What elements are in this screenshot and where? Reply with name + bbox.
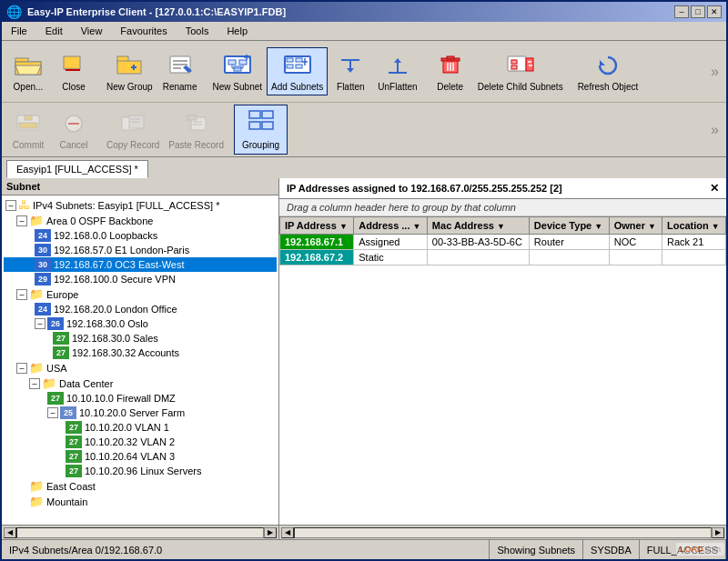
- paste-record-button[interactable]: Paste Record: [164, 105, 228, 154]
- col-mac[interactable]: Mac Address ▼: [427, 217, 529, 235]
- close-label: Close: [62, 82, 86, 92]
- col-location[interactable]: Location ▼: [662, 217, 725, 235]
- delete-button[interactable]: Delete: [428, 47, 473, 95]
- right-pane-close[interactable]: ✕: [710, 182, 719, 195]
- expand-dc[interactable]: –: [29, 378, 40, 389]
- toolbar-overflow[interactable]: »: [707, 60, 723, 84]
- right-scroll-left[interactable]: ◀: [281, 527, 294, 538]
- expand-sf[interactable]: –: [47, 407, 58, 418]
- col-ip[interactable]: IP Address ▼: [280, 217, 354, 235]
- col-device-label: Device Type: [534, 220, 592, 231]
- tree-item-datacenter[interactable]: – 📁 Data Center: [4, 376, 277, 391]
- menu-edit[interactable]: Edit: [40, 24, 68, 38]
- tree-item-loopbacks[interactable]: 24 192.168.0.0 Loopbacks: [4, 228, 277, 243]
- cancel-button[interactable]: Cancel: [51, 105, 96, 154]
- tree-item-oc3[interactable]: 30 192.168.67.0 OC3 East-West: [4, 257, 277, 272]
- subnet-tree[interactable]: – 🖧 IPv4 Subnets: Easyip1 [FULL_ACCESS] …: [2, 195, 278, 525]
- new-group-button[interactable]: New Group: [102, 47, 157, 95]
- tree-item-vpn[interactable]: 29 192.168.100.0 Secure VPN: [4, 272, 277, 286]
- badge-oslo: 26: [47, 317, 64, 330]
- tree-item-accounts[interactable]: 27 192.168.30.32 Accounts: [4, 346, 277, 360]
- table-row[interactable]: 192.168.67.2 Static: [280, 250, 726, 265]
- folder-europe: 📁: [29, 287, 44, 301]
- scroll-track[interactable]: [16, 527, 264, 538]
- tree-item-root[interactable]: – 🖧 IPv4 Subnets: Easyip1 [FULL_ACCESS] …: [4, 197, 277, 213]
- tree-item-europe[interactable]: – 📁 Europe: [4, 286, 277, 302]
- address-cell: Assigned: [354, 235, 428, 250]
- tree-item-eastcoast[interactable]: 📁 East Coast: [4, 478, 277, 494]
- menu-view[interactable]: View: [76, 24, 108, 38]
- tree-item-eastcoast-label: East Coast: [46, 481, 96, 492]
- col-address-label: Address ...: [359, 220, 410, 231]
- tree-item-area0-label: Area 0 OSPF Backbone: [46, 215, 153, 226]
- status-path-text: IPv4 Subnets/Area 0/192.168.67.0: [9, 545, 162, 556]
- tree-item-oslo-parent[interactable]: – 26 192.168.30.0 Oslo: [4, 316, 277, 331]
- expand-area0[interactable]: –: [16, 215, 27, 226]
- tree-item-vlan1[interactable]: 27 10.10.20.0 VLAN 1: [4, 420, 277, 435]
- right-pane-title: IP Addresses assigned to 192.168.67.0/25…: [287, 183, 562, 194]
- toolbar2-overflow[interactable]: »: [707, 118, 723, 142]
- add-subnets-button[interactable]: Add Subnets: [267, 47, 328, 95]
- copy-record-button[interactable]: Copy Record: [102, 105, 164, 154]
- tree-item-usa-label: USA: [46, 363, 67, 374]
- rename-button[interactable]: Rename: [157, 47, 203, 95]
- col-owner[interactable]: Owner ▼: [609, 217, 662, 235]
- svg-rect-46: [511, 65, 517, 69]
- copy-record-label: Copy Record: [106, 140, 159, 150]
- tree-item-sf-label: 10.10.20.0 Server Farm: [79, 407, 185, 418]
- tree-item-usa[interactable]: – 📁 USA: [4, 360, 277, 376]
- svg-rect-8: [117, 61, 141, 74]
- delete-child-button[interactable]: Delete Child Subnets: [473, 47, 568, 95]
- tree-item-firewall[interactable]: 27 10.10.10.0 Firewall DMZ: [4, 391, 277, 406]
- svg-rect-4: [64, 56, 80, 69]
- menu-help[interactable]: Help: [221, 24, 253, 38]
- svg-rect-53: [25, 115, 32, 120]
- expand-oslo[interactable]: –: [35, 318, 46, 329]
- col-address[interactable]: Address ... ▼: [354, 217, 428, 235]
- tree-item-linux[interactable]: 27 10.10.20.96 Linux Servers: [4, 464, 277, 478]
- commit-button[interactable]: Commit: [5, 105, 51, 154]
- tree-item-firewall-label: 10.10.10.0 Firewall DMZ: [66, 393, 176, 404]
- ip-table-container[interactable]: IP Address ▼ Address ... ▼ Mac Address ▼: [279, 216, 726, 525]
- tree-item-vlan2[interactable]: 27 10.10.20.32 VLAN 2: [4, 435, 277, 449]
- expand-root[interactable]: –: [5, 200, 16, 211]
- menu-favourites[interactable]: Favourites: [115, 24, 172, 38]
- minimize-button[interactable]: –: [674, 5, 689, 18]
- menu-file[interactable]: File: [5, 24, 33, 38]
- open-button[interactable]: Open...: [5, 47, 51, 95]
- col-ip-sort: ▼: [339, 222, 348, 231]
- flatten-button[interactable]: Flatten: [328, 47, 373, 95]
- new-subnet-button[interactable]: New Subnet: [208, 47, 267, 95]
- unflatten-button[interactable]: UnFlatten: [373, 47, 421, 95]
- tree-item-sales[interactable]: 27 192.168.30.0 Sales: [4, 331, 277, 346]
- scroll-right[interactable]: ▶: [264, 527, 277, 538]
- right-scroll-track[interactable]: [294, 527, 712, 538]
- tree-item-mountain[interactable]: 📁 Mountain: [4, 494, 277, 509]
- tree-item-root-label: IPv4 Subnets: Easyip1 [FULL_ACCESS] *: [33, 200, 219, 211]
- scroll-left[interactable]: ◀: [4, 527, 16, 538]
- tree-item-vlan3[interactable]: 27 10.10.20.64 VLAN 3: [4, 449, 277, 464]
- right-scrollbar[interactable]: ◀ ▶: [279, 525, 726, 539]
- table-row[interactable]: 192.168.67.1 Assigned 00-33-BB-A3-5D-6C …: [280, 235, 726, 250]
- mac-cell: 00-33-BB-A3-5D-6C: [427, 235, 529, 250]
- refresh-button[interactable]: Refresh Object: [573, 47, 643, 95]
- expand-usa[interactable]: –: [16, 363, 27, 374]
- grouping-button[interactable]: Grouping: [234, 105, 288, 155]
- tree-item-serverfarm[interactable]: – 25 10.10.20.0 Server Farm: [4, 406, 277, 420]
- tree-item-linux-label: 10.10.20.96 Linux Servers: [85, 466, 201, 476]
- svg-rect-27: [296, 58, 302, 62]
- right-scroll-right[interactable]: ▶: [712, 527, 724, 538]
- maximize-button[interactable]: □: [691, 5, 705, 18]
- left-scrollbar[interactable]: ◀ ▶: [2, 525, 278, 539]
- refresh-label: Refresh Object: [578, 82, 639, 92]
- window-close-button[interactable]: ✕: [707, 5, 722, 18]
- main-tab[interactable]: Easyip1 [FULL_ACCESS] *: [6, 160, 148, 178]
- unflatten-label: UnFlatten: [378, 82, 417, 92]
- expand-europe[interactable]: –: [16, 289, 27, 300]
- close-button[interactable]: Close: [51, 47, 96, 95]
- col-device[interactable]: Device Type ▼: [529, 217, 609, 235]
- tree-item-london[interactable]: 30 192.168.57.0 E1 London-Paris: [4, 243, 277, 257]
- menu-tools[interactable]: Tools: [180, 24, 215, 38]
- tree-item-london-office[interactable]: 24 192.168.20.0 London Office: [4, 302, 277, 316]
- tree-item-area0[interactable]: – 📁 Area 0 OSPF Backbone: [4, 213, 277, 228]
